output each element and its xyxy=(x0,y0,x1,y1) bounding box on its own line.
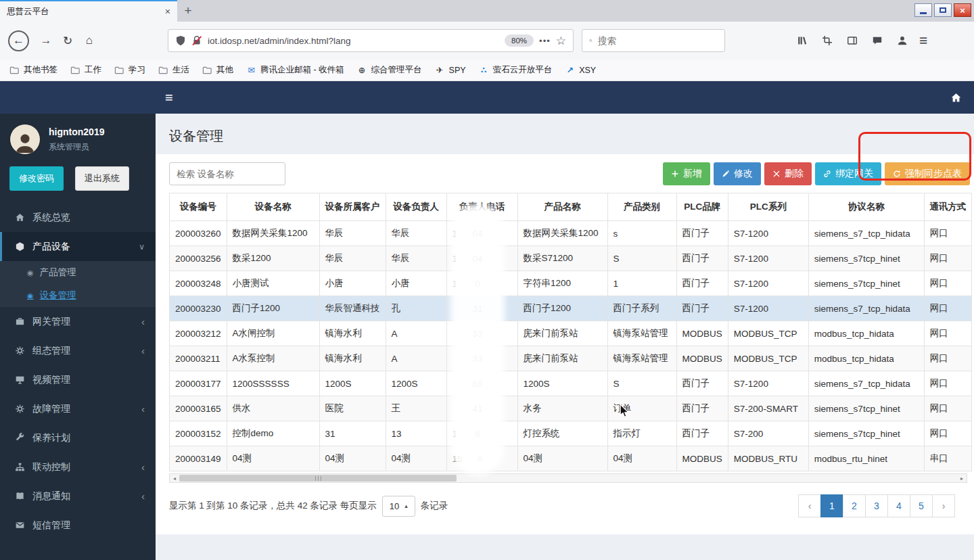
column-header[interactable]: 产品类别 xyxy=(607,193,676,221)
column-header[interactable]: 设备名称 xyxy=(227,193,319,221)
browser-search-input[interactable] xyxy=(598,36,718,46)
add-button[interactable]: 新增 xyxy=(663,162,710,185)
bookmark-item[interactable]: ∴萤石云开放平台 xyxy=(479,64,553,76)
table-cell: 1200SSSSSS xyxy=(227,371,319,396)
table-row[interactable]: 200003165供水医院王 41水务订单西门子S7-200-SMARTsiem… xyxy=(170,396,972,421)
column-header[interactable]: 设备所属客户 xyxy=(319,193,386,221)
bookmark-folder[interactable]: 学习 xyxy=(114,64,145,76)
page-button[interactable]: 2 xyxy=(843,494,866,517)
table-row[interactable]: 2000031771200SSSSSS1200S1200S 881200SS西门… xyxy=(170,371,972,396)
page-actions-icon[interactable]: ••• xyxy=(539,36,551,46)
table-cell: 小唐 xyxy=(386,271,446,296)
column-header[interactable]: 负责人电话 xyxy=(446,193,517,221)
menu-icon[interactable]: ≡ xyxy=(919,32,927,49)
column-header[interactable]: 设备负责人 xyxy=(386,193,446,221)
sidebar-subitem[interactable]: ◉设备管理 xyxy=(0,284,156,307)
bookmark-folder[interactable]: 其他书签 xyxy=(9,64,57,76)
bookmark-item[interactable]: ✈SPY xyxy=(435,65,466,75)
sidebar-item[interactable]: 短信管理 xyxy=(0,511,156,540)
library-icon[interactable] xyxy=(797,35,808,46)
horizontal-scrollbar[interactable]: ◂ ▸ xyxy=(169,473,967,483)
bookmark-star-icon[interactable]: ☆ xyxy=(556,34,566,48)
device-search-input[interactable] xyxy=(169,162,285,185)
sidebar-item[interactable]: 产品设备∨ xyxy=(0,232,156,261)
bookmark-item[interactable]: ⊕综合管理平台 xyxy=(357,64,422,76)
column-header[interactable]: 产品名称 xyxy=(517,193,607,221)
table-row[interactable]: 200003260数据网关采集1200华辰华辰1 04数据网关采集1200s西门… xyxy=(170,221,972,246)
table-row[interactable]: 20000314904测04测04测15 804测04测MODBUSMODBUS… xyxy=(170,446,972,471)
prev-page-button[interactable]: ‹ xyxy=(798,494,821,517)
browser-tab[interactable]: 思普云平台 × xyxy=(0,0,177,22)
table-row[interactable]: 200003212A水闸控制镇海水利A 33庑来门前泵站镇海泵站管理MODBUS… xyxy=(170,321,972,346)
bookmark-folder[interactable]: 其他 xyxy=(202,64,233,76)
sidebar-subitem[interactable]: ◉产品管理 xyxy=(0,261,156,284)
scroll-left-icon[interactable]: ◂ xyxy=(170,475,179,482)
tab-close-icon[interactable]: × xyxy=(165,6,170,17)
page-button[interactable]: 3 xyxy=(865,494,888,517)
sidebar-item[interactable]: 联动控制‹ xyxy=(0,452,156,482)
table-cell: S7-200 xyxy=(728,421,808,446)
table-row[interactable]: 200003211A水泵控制镇海水利A 33庑来门前泵站镇海泵站管理MODBUS… xyxy=(170,346,972,371)
browser-home-button[interactable]: ⌂ xyxy=(78,30,100,51)
browser-search-bar[interactable] xyxy=(582,29,725,52)
account-icon[interactable] xyxy=(897,35,908,46)
zoom-level-badge[interactable]: 80% xyxy=(505,34,534,47)
sidebar-item[interactable]: 故障管理‹ xyxy=(0,394,156,423)
force-sync-button[interactable]: 强制同步点表 xyxy=(885,162,970,185)
sidebar-item[interactable]: 保养计划 xyxy=(0,423,156,452)
column-header[interactable]: PLC品牌 xyxy=(676,193,728,221)
scroll-right-icon[interactable]: ▸ xyxy=(957,475,967,482)
page-button[interactable]: 4 xyxy=(887,494,910,517)
scrollbar-thumb[interactable] xyxy=(179,475,457,482)
next-page-button[interactable]: › xyxy=(932,494,955,517)
column-header[interactable]: 通讯方式 xyxy=(924,193,971,221)
edit-button[interactable]: 修改 xyxy=(714,162,761,185)
sidebar-item[interactable]: 视频管理 xyxy=(0,365,156,394)
delete-button[interactable]: 删除 xyxy=(764,162,812,185)
window-close-button[interactable]: × xyxy=(954,3,971,17)
clip-icon[interactable] xyxy=(822,35,833,46)
change-password-button[interactable]: 修改密码 xyxy=(9,166,64,191)
wrench-icon xyxy=(15,433,25,443)
back-button[interactable]: ← xyxy=(8,30,29,51)
window-restore-button[interactable] xyxy=(934,3,952,17)
reload-button[interactable]: ↻ xyxy=(57,30,78,51)
sidebars-icon[interactable] xyxy=(847,35,858,46)
table-cell: 200003256 xyxy=(170,246,227,271)
column-header[interactable]: PLC系列 xyxy=(728,193,808,221)
column-header[interactable]: 设备编号 xyxy=(170,193,227,221)
bookmark-item[interactable]: ✉腾讯企业邮箱 - 收件箱 xyxy=(246,64,344,76)
url-text[interactable]: iot.idosp.net/admin/index.html?lang xyxy=(208,36,499,46)
table-row[interactable]: 200003230西门子1200华辰智通科技孔 31西门子1200西门子系列西门… xyxy=(170,296,972,321)
sidebar-item[interactable]: 网关管理‹ xyxy=(0,307,156,336)
table-row[interactable]: 200003248小唐测试小唐小唐1 0字符串12001西门子S7-1200si… xyxy=(170,271,972,296)
sidebar-toggle-icon[interactable]: ≡ xyxy=(165,90,173,106)
insecure-lock-icon[interactable] xyxy=(191,35,202,46)
sidebar-item[interactable]: 消息通知‹ xyxy=(0,482,156,511)
address-bar[interactable]: iot.idosp.net/admin/index.html?lang 80% … xyxy=(168,29,574,52)
table-cell: 04测 xyxy=(319,446,386,471)
new-tab-button[interactable]: + xyxy=(177,0,199,22)
logout-button[interactable]: 退出系统 xyxy=(75,166,129,191)
page-size-select[interactable]: 10 ▴ xyxy=(382,496,415,517)
bookmark-folder[interactable]: 工作 xyxy=(70,64,101,76)
page-button[interactable]: 1 xyxy=(820,494,843,517)
sidebar-item[interactable]: 组态管理‹ xyxy=(0,336,156,365)
app-home-icon[interactable] xyxy=(950,92,962,103)
table-row[interactable]: 200003256数采1200华辰华辰1 04数采S71200S西门子S7-12… xyxy=(170,246,972,271)
table-row[interactable]: 200003152控制demo31131 8灯控系统指示灯西门子S7-200si… xyxy=(170,421,972,446)
page-size-value: 10 xyxy=(390,501,399,511)
sidebar-item[interactable]: 系统总览 xyxy=(0,203,156,232)
bookmark-item[interactable]: ↗XSY xyxy=(565,65,596,75)
window-controls: × xyxy=(914,3,971,17)
messages-icon[interactable] xyxy=(872,35,883,46)
table-cell: 华辰智通科技 xyxy=(319,296,386,321)
bind-gateway-button[interactable]: 绑定网关 xyxy=(815,162,881,185)
column-header[interactable]: 协议名称 xyxy=(808,193,924,221)
shield-icon[interactable] xyxy=(175,35,186,46)
table-cell: 西门子 xyxy=(676,246,728,271)
page-button[interactable]: 5 xyxy=(910,494,933,517)
bookmark-folder[interactable]: 生活 xyxy=(158,64,189,76)
forward-button[interactable]: → xyxy=(35,30,57,51)
window-minimize-button[interactable] xyxy=(914,3,932,17)
